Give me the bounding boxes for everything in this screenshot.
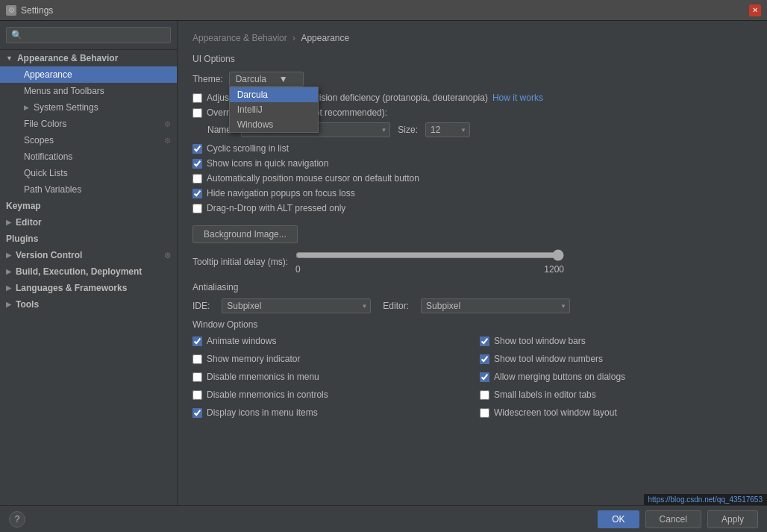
editor-aa-select[interactable]: Subpixel No antialiasing Greyscale <box>421 298 570 313</box>
sidebar-item-file-colors[interactable]: File Colors ⚙ <box>0 116 177 132</box>
window-title: Settings <box>21 5 53 16</box>
show-tool-window-numbers-row: Show tool window numbers <box>480 354 752 364</box>
small-labels-label: Small labels in editor tabs <box>494 389 596 400</box>
sidebar-item-scopes[interactable]: Scopes ⚙ <box>0 132 177 148</box>
app-icon: ⚙ <box>6 5 16 16</box>
cyclic-scroll-label: Cyclic scrolling in list <box>207 143 289 154</box>
allow-merging-label: Allow merging buttons on dialogs <box>494 372 625 382</box>
show-memory-label: Show memory indicator <box>207 354 300 364</box>
theme-option-intellij[interactable]: IntelliJ <box>230 102 318 117</box>
close-button[interactable]: ✕ <box>749 4 761 16</box>
show-tool-window-numbers-label: Show tool window numbers <box>494 354 603 364</box>
background-image-button[interactable]: Background Image... <box>192 225 298 243</box>
display-icons-menu-row: Display icons in menu items <box>192 407 465 418</box>
font-size-wrapper: 12 <box>425 122 470 137</box>
ide-aa-select[interactable]: Subpixel No antialiasing Greyscale <box>222 298 371 313</box>
slider-labels: 0 1200 <box>295 264 564 275</box>
sidebar-item-plugins[interactable]: Plugins <box>0 231 177 247</box>
expand-icon: ▶ <box>6 301 11 308</box>
drag-drop-checkbox[interactable] <box>192 204 202 213</box>
animate-windows-checkbox[interactable] <box>192 337 202 346</box>
sidebar-item-keymap[interactable]: Keymap <box>0 198 177 214</box>
sidebar-item-notifications[interactable]: Notifications <box>0 148 177 165</box>
title-bar: ⚙ Settings ✕ <box>0 0 767 21</box>
theme-option-windows[interactable]: Windows <box>230 117 318 132</box>
footer: ? OK Cancel Apply <box>0 505 767 532</box>
drag-drop-label: Drag-n-Drop with ALT pressed only <box>207 203 345 213</box>
editor-label: Editor: <box>383 301 409 311</box>
editor-aa-wrapper: Subpixel No antialiasing Greyscale <box>421 298 570 313</box>
version-control-icon: ⚙ <box>164 251 171 260</box>
sidebar-item-appearance-behavior[interactable]: ▼ Appearance & Behavior <box>0 50 177 66</box>
animate-windows-row: Animate windows <box>192 336 465 346</box>
scopes-icon: ⚙ <box>164 137 171 145</box>
disable-mnemonics-controls-label: Disable mnemonics in controls <box>207 389 328 400</box>
drag-drop-row: Drag-n-Drop with ALT pressed only <box>192 203 752 213</box>
font-size-select[interactable]: 12 <box>425 122 470 137</box>
theme-row: Theme: Darcula ▼ Darcula IntelliJ Window… <box>192 72 752 87</box>
help-button[interactable]: ? <box>9 511 25 528</box>
show-tool-window-bars-label: Show tool window bars <box>494 336 586 346</box>
antialiasing-title: Antialiasing <box>192 282 752 292</box>
disable-mnemonics-controls-checkbox[interactable] <box>192 390 202 400</box>
search-box <box>0 21 177 50</box>
allow-merging-checkbox[interactable] <box>480 372 489 382</box>
show-tool-window-bars-row: Show tool window bars <box>480 336 752 346</box>
override-fonts-checkbox[interactable] <box>192 108 202 118</box>
cyclic-scroll-row: Cyclic scrolling in list <box>192 143 752 154</box>
ok-button[interactable]: OK <box>598 510 639 528</box>
small-labels-row: Small labels in editor tabs <box>480 389 752 400</box>
expand-icon: ▶ <box>6 268 11 275</box>
theme-select-button[interactable]: Darcula ▼ <box>229 72 304 87</box>
tooltip-slider-container: Tooltip initial delay (ms): 0 1200 <box>192 249 752 275</box>
how-it-works-link[interactable]: How it works <box>492 93 543 103</box>
sidebar-item-build[interactable]: ▶ Build, Execution, Deployment <box>0 263 177 280</box>
small-labels-checkbox[interactable] <box>480 390 489 400</box>
widescreen-checkbox[interactable] <box>480 408 489 418</box>
tooltip-slider[interactable] <box>295 249 564 261</box>
sidebar-item-editor[interactable]: ▶ Editor <box>0 214 177 231</box>
sidebar-item-quick-lists[interactable]: Quick Lists <box>0 165 177 181</box>
slider-wrapper: 0 1200 <box>295 249 564 275</box>
font-size-label: Size: <box>398 125 418 135</box>
auto-position-checkbox[interactable] <box>192 174 202 184</box>
show-icons-nav-label: Show icons in quick navigation <box>207 158 328 169</box>
cyclic-scroll-checkbox[interactable] <box>192 144 202 154</box>
expand-icon: ▶ <box>6 219 11 226</box>
cancel-button[interactable]: Cancel <box>645 510 701 528</box>
sidebar-item-languages[interactable]: ▶ Languages & Frameworks <box>0 280 177 296</box>
show-icons-nav-row: Show icons in quick navigation <box>192 158 752 169</box>
expand-icon: ▼ <box>6 54 13 62</box>
content-panel: Appearance & Behavior › Appearance UI Op… <box>178 21 767 532</box>
window-options-grid: Animate windows Show tool window bars Sh… <box>192 336 752 422</box>
show-memory-row: Show memory indicator <box>192 354 465 364</box>
watermark: https://blog.csdn.net/qq_43517653 <box>644 494 767 505</box>
show-memory-checkbox[interactable] <box>192 354 202 364</box>
sidebar-item-system-settings[interactable]: ▶ System Settings <box>0 99 177 116</box>
breadcrumb: Appearance & Behavior › Appearance <box>192 33 752 43</box>
display-icons-menu-checkbox[interactable] <box>192 408 202 418</box>
sidebar-item-appearance[interactable]: Appearance <box>0 66 177 83</box>
show-tool-window-bars-checkbox[interactable] <box>480 337 489 346</box>
hide-nav-popups-checkbox[interactable] <box>192 189 202 198</box>
show-tool-window-numbers-checkbox[interactable] <box>480 354 489 364</box>
apply-button[interactable]: Apply <box>707 510 758 528</box>
search-input[interactable] <box>6 27 171 43</box>
adjust-colors-checkbox[interactable] <box>192 93 202 103</box>
hide-nav-popups-label: Hide navigation popups on focus loss <box>207 188 355 198</box>
sidebar-item-path-variables[interactable]: Path Variables <box>0 181 177 198</box>
show-icons-nav-checkbox[interactable] <box>192 159 202 169</box>
sidebar-item-version-control[interactable]: ▶ Version Control ⚙ <box>0 247 177 263</box>
sidebar-item-tools[interactable]: ▶ Tools <box>0 296 177 313</box>
widescreen-row: Widescreen tool window layout <box>480 407 752 418</box>
disable-mnemonics-menu-checkbox[interactable] <box>192 372 202 382</box>
expand-icon: ▶ <box>6 284 11 292</box>
theme-option-darcula[interactable]: Darcula <box>230 87 318 102</box>
ide-aa-wrapper: Subpixel No antialiasing Greyscale <box>222 298 371 313</box>
hide-nav-popups-row: Hide navigation popups on focus loss <box>192 188 752 198</box>
sidebar-item-menus-toolbars[interactable]: Menus and Toolbars <box>0 83 177 99</box>
sidebar: ▼ Appearance & Behavior Appearance Menus… <box>0 21 178 532</box>
auto-position-label: Automatically position mouse cursor on d… <box>207 173 419 184</box>
auto-position-row: Automatically position mouse cursor on d… <box>192 173 752 184</box>
tooltip-label: Tooltip initial delay (ms): <box>192 257 288 267</box>
